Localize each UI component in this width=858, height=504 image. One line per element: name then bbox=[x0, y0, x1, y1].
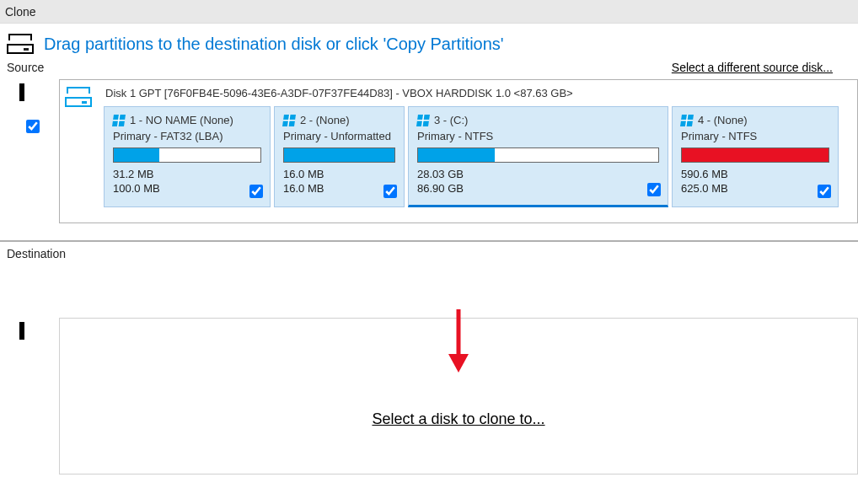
partition-subtitle: Primary - NTFS bbox=[417, 130, 659, 142]
partition-usage-bar bbox=[417, 147, 659, 163]
partition-used: 590.6 MB bbox=[681, 168, 829, 182]
instruction-row: Drag partitions to the destination disk … bbox=[0, 24, 858, 59]
arrow-down-icon bbox=[442, 305, 475, 381]
partition-usage-bar bbox=[681, 147, 829, 163]
select-different-source-link[interactable]: Select a different source disk... bbox=[672, 61, 833, 74]
partition-usage-bar bbox=[283, 147, 395, 163]
partition-used: 28.03 GB bbox=[417, 168, 659, 182]
partition-title: 3 - (C:) bbox=[434, 114, 468, 126]
disk-summary: Disk 1 GPT [76F0FB4E-5096-43E6-A3DF-07F3… bbox=[104, 85, 857, 106]
svg-marker-1 bbox=[448, 354, 469, 373]
partition-subtitle: Primary - Unformatted bbox=[283, 130, 395, 142]
partition-3[interactable]: 3 - (C:) Primary - NTFS 28.03 GB 86.90 G… bbox=[408, 106, 668, 207]
partition-used: 31.2 MB bbox=[113, 168, 261, 182]
hdd-icon bbox=[65, 87, 92, 107]
monitor-icon bbox=[19, 86, 46, 108]
partition-total: 625.0 MB bbox=[681, 182, 829, 196]
destination-drop-area[interactable]: Select a disk to clone to... bbox=[59, 318, 858, 475]
source-label: Source bbox=[7, 61, 44, 74]
source-body: Disk 1 GPT [76F0FB4E-5096-43E6-A3DF-07F3… bbox=[0, 79, 858, 240]
partition-total: 16.0 MB bbox=[283, 182, 395, 196]
partition-title: 4 - (None) bbox=[698, 114, 748, 126]
partition-subtitle: Primary - NTFS bbox=[681, 130, 829, 142]
windows-icon bbox=[681, 115, 693, 126]
windows-icon bbox=[283, 115, 295, 126]
source-disk-area: Disk 1 GPT [76F0FB4E-5096-43E6-A3DF-07F3… bbox=[59, 79, 858, 223]
disk-row: Disk 1 GPT [76F0FB4E-5096-43E6-A3DF-07F3… bbox=[65, 85, 857, 207]
partition-usage-bar bbox=[113, 147, 261, 163]
monitor-icon bbox=[19, 324, 46, 346]
partition-total: 100.0 MB bbox=[113, 182, 261, 196]
titlebar: Clone bbox=[0, 0, 858, 24]
partition-checkbox[interactable] bbox=[647, 183, 661, 196]
partition-used: 16.0 MB bbox=[283, 168, 395, 182]
destination-label: Destination bbox=[0, 242, 858, 260]
partition-title: 1 - NO NAME (None) bbox=[130, 114, 233, 126]
partitions-row: 1 - NO NAME (None) Primary - FAT32 (LBA)… bbox=[104, 106, 857, 207]
source-disk-checkbox[interactable] bbox=[26, 120, 40, 133]
window-title: Clone bbox=[5, 5, 36, 19]
destination-left-controls bbox=[7, 318, 59, 475]
hdd-icon bbox=[7, 34, 34, 54]
partition-checkbox[interactable] bbox=[249, 185, 263, 198]
partition-title: 2 - (None) bbox=[300, 114, 350, 126]
partition-4[interactable]: 4 - (None) Primary - NTFS 590.6 MB 625.0… bbox=[672, 106, 839, 207]
partition-checkbox[interactable] bbox=[383, 185, 397, 198]
partition-total: 86.90 GB bbox=[417, 182, 659, 196]
destination-body: Select a disk to clone to... bbox=[0, 260, 858, 475]
source-left-controls bbox=[7, 79, 59, 223]
partition-2[interactable]: 2 - (None) Primary - Unformatted 16.0 MB… bbox=[274, 106, 405, 207]
partition-1[interactable]: 1 - NO NAME (None) Primary - FAT32 (LBA)… bbox=[104, 106, 271, 207]
windows-icon bbox=[417, 115, 429, 126]
partition-subtitle: Primary - FAT32 (LBA) bbox=[113, 130, 261, 142]
instruction-text: Drag partitions to the destination disk … bbox=[44, 35, 504, 54]
source-header: Source Select a different source disk... bbox=[0, 59, 858, 79]
partition-checkbox[interactable] bbox=[818, 185, 831, 198]
windows-icon bbox=[113, 115, 125, 126]
select-destination-link[interactable]: Select a disk to clone to... bbox=[372, 410, 544, 428]
